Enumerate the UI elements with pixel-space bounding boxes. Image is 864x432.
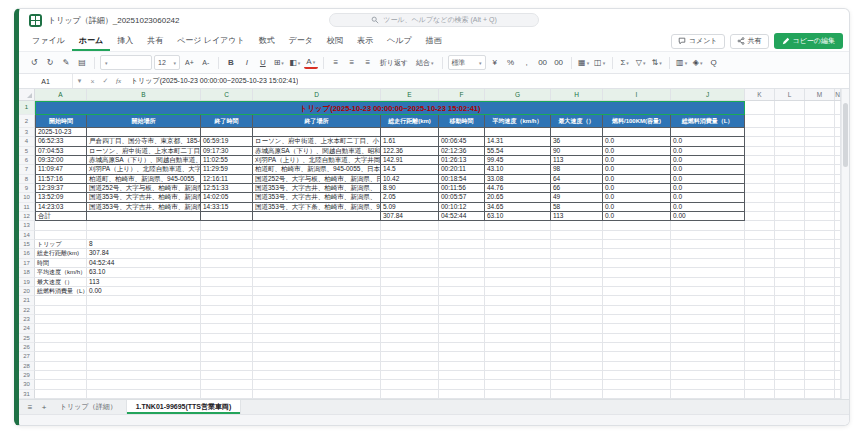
cell-D2[interactable]: 終了場所 <box>253 115 381 128</box>
cell-D25[interactable] <box>253 334 381 343</box>
cell-M2[interactable] <box>805 115 835 128</box>
undo-icon[interactable]: ↺ <box>27 55 41 70</box>
menu-item-11[interactable]: 描画 <box>419 31 449 51</box>
cell-L20[interactable] <box>775 287 805 296</box>
cell-B11[interactable]: 国道353号、大字吉井、柏崎市、新潟県 <box>87 203 201 212</box>
cell-E17[interactable] <box>381 259 439 268</box>
cell-F8[interactable]: 00:18:54 <box>439 175 485 184</box>
cell-G13[interactable] <box>485 221 551 230</box>
cell-J30[interactable] <box>671 380 745 389</box>
cell-G21[interactable] <box>485 296 551 305</box>
cell-I7[interactable]: 0.0 <box>603 165 671 174</box>
cell-K5[interactable] <box>745 147 775 156</box>
cell-L3[interactable] <box>775 128 805 137</box>
cell-L27[interactable] <box>775 352 805 361</box>
row-header-2[interactable]: 2 <box>19 115 35 128</box>
cell-F15[interactable] <box>439 240 485 249</box>
cell-I2[interactable]: 燃料/100KM(容量) <box>603 115 671 128</box>
cell-M21[interactable] <box>805 296 835 305</box>
scrollbar-thumb[interactable] <box>843 103 848 167</box>
row-header-28[interactable]: 28 <box>19 362 35 371</box>
cell-A17[interactable]: 時間 <box>35 259 87 268</box>
cell-C24[interactable] <box>201 324 253 333</box>
cell-I8[interactable]: 0.0 <box>603 175 671 184</box>
cell-K28[interactable] <box>745 362 775 371</box>
cell-I30[interactable] <box>603 380 671 389</box>
cell-C13[interactable] <box>201 221 253 230</box>
cell-L14[interactable] <box>775 231 805 240</box>
row-header-26[interactable]: 26 <box>19 343 35 352</box>
row-header-31[interactable]: 31 <box>19 390 35 399</box>
cell-G17[interactable] <box>485 259 551 268</box>
cell-C4[interactable]: 06:59:19 <box>201 137 253 146</box>
cell-I14[interactable] <box>603 231 671 240</box>
cell-E19[interactable] <box>381 278 439 287</box>
cell-E8[interactable]: 10.42 <box>381 175 439 184</box>
cell-B22[interactable] <box>87 306 201 315</box>
cell-H10[interactable]: 49 <box>551 193 603 202</box>
column-header-I[interactable]: I <box>603 89 671 100</box>
row-header-21[interactable]: 21 <box>19 296 35 305</box>
cell-K9[interactable] <box>745 184 775 193</box>
cell-G16[interactable] <box>485 249 551 258</box>
cell-K19[interactable] <box>745 278 775 287</box>
cell-D19[interactable] <box>253 278 381 287</box>
cell-L30[interactable] <box>775 380 805 389</box>
cell-D24[interactable] <box>253 324 381 333</box>
cell-F23[interactable] <box>439 315 485 324</box>
cell-F31[interactable] <box>439 390 485 399</box>
select-all-button[interactable] <box>19 89 35 100</box>
cell-L9[interactable] <box>775 184 805 193</box>
cell-G19[interactable] <box>485 278 551 287</box>
cell-F16[interactable] <box>439 249 485 258</box>
menu-item-5[interactable]: ページ レイアウト <box>170 31 252 51</box>
cell-A1-merged[interactable]: トリップ(2025-10-23 00:00:00~2025-10-23 15:0… <box>35 101 745 115</box>
cell-A15[interactable]: トリップ <box>35 240 87 249</box>
cell-I18[interactable] <box>603 268 671 277</box>
cell-M16[interactable] <box>805 249 835 258</box>
cell-K10[interactable] <box>745 193 775 202</box>
cell-M11[interactable] <box>805 203 835 212</box>
cell-F2[interactable]: 移動時間 <box>439 115 485 128</box>
cell-L22[interactable] <box>775 306 805 315</box>
cell-B7[interactable]: 刈羽PA（上り）、北陸自動車道、大字井岡 <box>87 165 201 174</box>
cell-A5[interactable]: 07:04:53 <box>35 147 87 156</box>
cell-F6[interactable]: 01:26:13 <box>439 156 485 165</box>
cell-J19[interactable] <box>671 278 745 287</box>
cell-B31[interactable] <box>87 390 201 399</box>
comma-style-icon[interactable]: , <box>520 55 534 70</box>
row-header-1[interactable]: 1 <box>19 101 35 115</box>
cell-M1[interactable] <box>805 101 835 115</box>
row-header-15[interactable]: 15 <box>19 240 35 249</box>
cell-K15[interactable] <box>745 240 775 249</box>
row-header-25[interactable]: 25 <box>19 334 35 343</box>
cell-D7[interactable]: 柏道町、柏崎市、新潟県、945-0055、日本 <box>253 165 381 174</box>
menu-item-7[interactable]: データ <box>282 31 320 51</box>
cell-J20[interactable] <box>671 287 745 296</box>
row-header-9[interactable]: 9 <box>19 184 35 193</box>
cell-C14[interactable] <box>201 231 253 240</box>
cell-F10[interactable]: 00:05:57 <box>439 193 485 202</box>
cell-C19[interactable] <box>201 278 253 287</box>
cell-I3[interactable] <box>603 128 671 137</box>
column-header-M[interactable]: M <box>805 89 835 100</box>
cell-J28[interactable] <box>671 362 745 371</box>
cell-B21[interactable] <box>87 296 201 305</box>
cell-B25[interactable] <box>87 334 201 343</box>
cell-D8[interactable]: 国道252号、大字与板、柏崎市、新潟県、日 <box>253 175 381 184</box>
cell-K3[interactable] <box>745 128 775 137</box>
row-header-29[interactable]: 29 <box>19 371 35 380</box>
cell-H20[interactable] <box>551 287 603 296</box>
border-icon[interactable]: ⊞▾ <box>272 55 286 70</box>
wrap-text-button[interactable]: 折り返す <box>377 55 411 70</box>
cell-J4[interactable]: 0.0 <box>671 137 745 146</box>
cell-A28[interactable] <box>35 362 87 371</box>
cell-D10[interactable]: 国道353号、大字吉井、柏崎市、新潟県、 <box>253 193 381 202</box>
row-header-30[interactable]: 30 <box>19 380 35 389</box>
cell-B3[interactable] <box>87 128 201 137</box>
cell-L16[interactable] <box>775 249 805 258</box>
cell-F12[interactable]: 04:52:44 <box>439 212 485 221</box>
cell-G31[interactable] <box>485 390 551 399</box>
column-header-L[interactable]: L <box>775 89 805 100</box>
cell-I16[interactable] <box>603 249 671 258</box>
